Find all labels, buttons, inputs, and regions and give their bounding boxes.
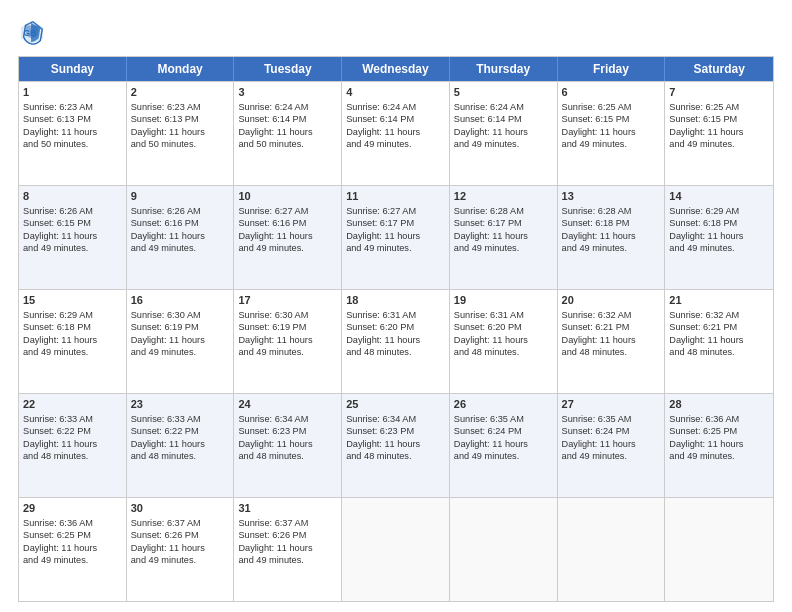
day-info-line-2: Daylight: 11 hours [23, 438, 122, 450]
day-info-line-3: and 49 minutes. [238, 242, 337, 254]
day-info-line-2: Daylight: 11 hours [238, 126, 337, 138]
calendar-cell-29: 29Sunrise: 6:36 AMSunset: 6:25 PMDayligh… [19, 498, 127, 601]
day-info-line-1: Sunset: 6:13 PM [131, 113, 230, 125]
calendar-cell-7: 7Sunrise: 6:25 AMSunset: 6:15 PMDaylight… [665, 82, 773, 185]
day-info-line-1: Sunset: 6:14 PM [238, 113, 337, 125]
day-info-line-3: and 48 minutes. [23, 450, 122, 462]
svg-text:GB: GB [24, 28, 37, 38]
day-info-line-0: Sunrise: 6:33 AM [23, 413, 122, 425]
day-info-line-1: Sunset: 6:18 PM [669, 217, 769, 229]
day-number: 9 [131, 189, 230, 204]
day-info-line-0: Sunrise: 6:24 AM [238, 101, 337, 113]
day-info-line-0: Sunrise: 6:31 AM [346, 309, 445, 321]
day-info-line-0: Sunrise: 6:34 AM [346, 413, 445, 425]
day-info-line-3: and 49 minutes. [562, 242, 661, 254]
day-number: 22 [23, 397, 122, 412]
day-number: 30 [131, 501, 230, 516]
day-info-line-0: Sunrise: 6:36 AM [669, 413, 769, 425]
header-day-tuesday: Tuesday [234, 57, 342, 81]
day-info-line-1: Sunset: 6:13 PM [23, 113, 122, 125]
day-info-line-2: Daylight: 11 hours [669, 334, 769, 346]
day-info-line-3: and 49 minutes. [238, 554, 337, 566]
calendar-row-3: 15Sunrise: 6:29 AMSunset: 6:18 PMDayligh… [19, 289, 773, 393]
day-info-line-2: Daylight: 11 hours [669, 438, 769, 450]
day-info-line-2: Daylight: 11 hours [23, 126, 122, 138]
day-info-line-1: Sunset: 6:14 PM [454, 113, 553, 125]
day-info-line-1: Sunset: 6:15 PM [562, 113, 661, 125]
day-info-line-3: and 48 minutes. [346, 346, 445, 358]
day-info-line-3: and 49 minutes. [562, 450, 661, 462]
day-number: 25 [346, 397, 445, 412]
day-info-line-1: Sunset: 6:20 PM [454, 321, 553, 333]
day-info-line-1: Sunset: 6:26 PM [131, 529, 230, 541]
day-info-line-0: Sunrise: 6:25 AM [562, 101, 661, 113]
day-number: 6 [562, 85, 661, 100]
day-info-line-2: Daylight: 11 hours [346, 334, 445, 346]
day-info-line-3: and 49 minutes. [131, 554, 230, 566]
day-info-line-3: and 48 minutes. [131, 450, 230, 462]
day-info-line-1: Sunset: 6:17 PM [454, 217, 553, 229]
day-info-line-2: Daylight: 11 hours [346, 230, 445, 242]
day-info-line-0: Sunrise: 6:23 AM [23, 101, 122, 113]
calendar-cell-empty-4-5 [558, 498, 666, 601]
calendar-cell-2: 2Sunrise: 6:23 AMSunset: 6:13 PMDaylight… [127, 82, 235, 185]
day-number: 26 [454, 397, 553, 412]
day-info-line-1: Sunset: 6:24 PM [562, 425, 661, 437]
day-info-line-1: Sunset: 6:25 PM [669, 425, 769, 437]
calendar-body: 1Sunrise: 6:23 AMSunset: 6:13 PMDaylight… [19, 81, 773, 601]
day-info-line-0: Sunrise: 6:34 AM [238, 413, 337, 425]
day-number: 24 [238, 397, 337, 412]
day-number: 12 [454, 189, 553, 204]
day-info-line-2: Daylight: 11 hours [238, 334, 337, 346]
calendar-cell-5: 5Sunrise: 6:24 AMSunset: 6:14 PMDaylight… [450, 82, 558, 185]
calendar-row-5: 29Sunrise: 6:36 AMSunset: 6:25 PMDayligh… [19, 497, 773, 601]
day-info-line-0: Sunrise: 6:28 AM [454, 205, 553, 217]
day-info-line-0: Sunrise: 6:31 AM [454, 309, 553, 321]
day-info-line-0: Sunrise: 6:35 AM [562, 413, 661, 425]
day-info-line-2: Daylight: 11 hours [669, 230, 769, 242]
day-info-line-0: Sunrise: 6:37 AM [238, 517, 337, 529]
day-info-line-3: and 48 minutes. [454, 346, 553, 358]
calendar-cell-31: 31Sunrise: 6:37 AMSunset: 6:26 PMDayligh… [234, 498, 342, 601]
day-info-line-3: and 49 minutes. [23, 346, 122, 358]
header-day-wednesday: Wednesday [342, 57, 450, 81]
calendar-cell-12: 12Sunrise: 6:28 AMSunset: 6:17 PMDayligh… [450, 186, 558, 289]
day-number: 19 [454, 293, 553, 308]
day-info-line-0: Sunrise: 6:30 AM [238, 309, 337, 321]
day-info-line-0: Sunrise: 6:24 AM [454, 101, 553, 113]
day-info-line-2: Daylight: 11 hours [454, 126, 553, 138]
day-info-line-0: Sunrise: 6:35 AM [454, 413, 553, 425]
day-info-line-0: Sunrise: 6:25 AM [669, 101, 769, 113]
logo: GB [18, 18, 48, 46]
day-info-line-0: Sunrise: 6:29 AM [669, 205, 769, 217]
day-info-line-1: Sunset: 6:24 PM [454, 425, 553, 437]
calendar-header: SundayMondayTuesdayWednesdayThursdayFrid… [19, 57, 773, 81]
day-info-line-2: Daylight: 11 hours [238, 542, 337, 554]
calendar-cell-23: 23Sunrise: 6:33 AMSunset: 6:22 PMDayligh… [127, 394, 235, 497]
day-info-line-2: Daylight: 11 hours [346, 126, 445, 138]
day-info-line-2: Daylight: 11 hours [238, 438, 337, 450]
day-info-line-0: Sunrise: 6:27 AM [238, 205, 337, 217]
day-info-line-3: and 50 minutes. [131, 138, 230, 150]
day-info-line-3: and 48 minutes. [669, 346, 769, 358]
day-number: 20 [562, 293, 661, 308]
day-info-line-3: and 49 minutes. [454, 450, 553, 462]
day-info-line-3: and 50 minutes. [238, 138, 337, 150]
page: GB SundayMondayTuesdayWednesdayThursdayF… [0, 0, 792, 612]
day-info-line-0: Sunrise: 6:28 AM [562, 205, 661, 217]
calendar-cell-18: 18Sunrise: 6:31 AMSunset: 6:20 PMDayligh… [342, 290, 450, 393]
calendar-cell-20: 20Sunrise: 6:32 AMSunset: 6:21 PMDayligh… [558, 290, 666, 393]
calendar-cell-26: 26Sunrise: 6:35 AMSunset: 6:24 PMDayligh… [450, 394, 558, 497]
calendar-cell-empty-4-4 [450, 498, 558, 601]
day-info-line-1: Sunset: 6:23 PM [238, 425, 337, 437]
day-number: 7 [669, 85, 769, 100]
day-info-line-1: Sunset: 6:21 PM [669, 321, 769, 333]
day-info-line-1: Sunset: 6:18 PM [23, 321, 122, 333]
header: GB [18, 18, 774, 46]
day-number: 31 [238, 501, 337, 516]
header-day-thursday: Thursday [450, 57, 558, 81]
calendar-cell-14: 14Sunrise: 6:29 AMSunset: 6:18 PMDayligh… [665, 186, 773, 289]
day-number: 27 [562, 397, 661, 412]
day-number: 17 [238, 293, 337, 308]
calendar-cell-19: 19Sunrise: 6:31 AMSunset: 6:20 PMDayligh… [450, 290, 558, 393]
